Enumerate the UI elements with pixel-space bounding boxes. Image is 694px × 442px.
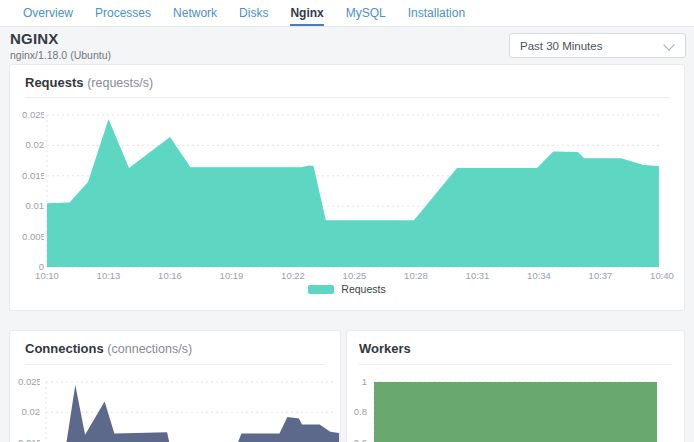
tab-processes[interactable]: Processes	[95, 0, 151, 26]
requests-x-tick: 10:34	[521, 270, 557, 282]
workers-y-tick: 1	[347, 376, 367, 388]
requests-x-tick: 10:31	[460, 270, 496, 282]
requests-x-tick: 10:22	[275, 270, 311, 282]
requests-x-tick: 10:10	[29, 270, 65, 282]
workers-y-tick: 0.8	[347, 406, 367, 418]
workers-chart-plot[interactable]	[347, 331, 686, 442]
page-header: NGINX nginx/1.18.0 (Ubuntu) Past 30 Minu…	[10, 30, 686, 62]
requests-x-tick: 10:19	[214, 270, 250, 282]
requests-y-tick: 0.02	[22, 139, 44, 151]
connections-y-tick: 0.02	[18, 406, 40, 418]
requests-y-tick: 0.015	[22, 170, 44, 182]
tab-installation[interactable]: Installation	[408, 0, 465, 26]
requests-x-tick: 10:25	[337, 270, 373, 282]
requests-x-tick: 10:16	[152, 270, 188, 282]
workers-card: Workers 10.80.60.40.20	[346, 330, 685, 442]
connections-chart-plot[interactable]	[10, 331, 342, 442]
requests-x-tick: 10:28	[398, 270, 434, 282]
requests-y-tick: 0.005	[22, 231, 44, 243]
requests-y-tick: 0.025	[22, 109, 44, 121]
tab-disks[interactable]: Disks	[239, 0, 268, 26]
workers-y-tick: 0.6	[347, 437, 367, 442]
time-range-select[interactable]: Past 30 Minutes	[509, 33, 686, 58]
tab-overview[interactable]: Overview	[23, 0, 73, 26]
connections-y-tick: 0.025	[18, 376, 40, 388]
requests-x-tick: 10:13	[91, 270, 127, 282]
requests-y-tick: 0.01	[22, 200, 44, 212]
requests-x-tick: 10:40	[644, 270, 680, 282]
nginx-monitoring-page: OverviewProcessesNetworkDisksNginxMySQLI…	[0, 0, 694, 442]
tab-bar: OverviewProcessesNetworkDisksNginxMySQLI…	[0, 0, 694, 27]
time-range-value: Past 30 Minutes	[520, 40, 602, 52]
tab-mysql[interactable]: MySQL	[346, 0, 386, 26]
requests-x-tick: 10:37	[583, 270, 619, 282]
connections-card: Connections (connections/s) 0.0250.020.0…	[9, 330, 341, 442]
requests-card: Requests (requests/s) Requests 0.0250.02…	[9, 64, 685, 311]
tab-network[interactable]: Network	[173, 0, 217, 26]
requests-area-series	[47, 119, 659, 267]
connections-area-series	[46, 385, 339, 442]
tab-nginx[interactable]: Nginx	[290, 0, 323, 26]
chevron-down-icon	[663, 39, 674, 50]
workers-area-series	[374, 382, 657, 442]
connections-y-tick: 0.015	[18, 437, 40, 442]
